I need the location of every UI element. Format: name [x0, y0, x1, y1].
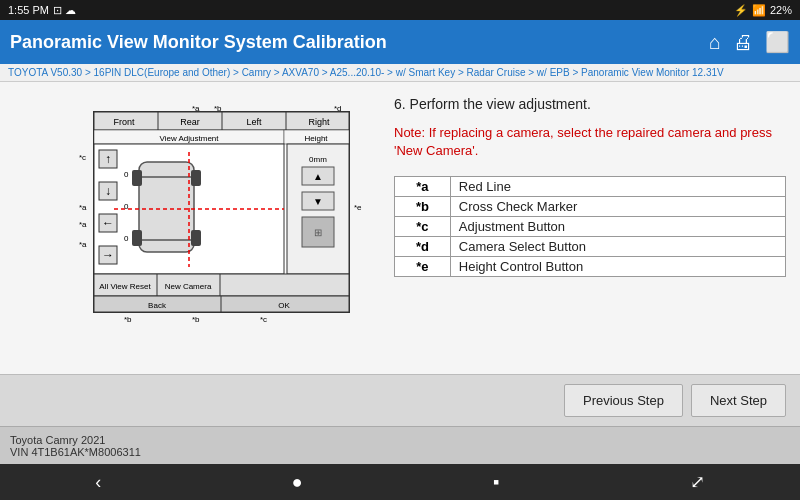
legend-row: *dCamera Select Button — [395, 237, 786, 257]
main-content: Front Rear Left Right View Adjustment He… — [0, 82, 800, 374]
svg-text:*c: *c — [79, 153, 86, 162]
battery-text: 22% — [770, 4, 792, 16]
svg-text:⊞: ⊞ — [314, 227, 322, 238]
svg-text:*e: *e — [354, 203, 362, 212]
svg-rect-17 — [132, 170, 142, 186]
svg-text:0: 0 — [124, 170, 129, 179]
diagram-container: Front Rear Left Right View Adjustment He… — [24, 102, 364, 332]
svg-text:*a: *a — [79, 203, 87, 212]
wifi-icon: 📶 — [752, 4, 766, 17]
svg-text:0: 0 — [124, 202, 129, 211]
nav-square-icon[interactable]: ▪ — [493, 472, 499, 493]
legend-key: *e — [395, 257, 451, 277]
legend-row: *bCross Check Marker — [395, 197, 786, 217]
previous-step-button[interactable]: Previous Step — [564, 384, 683, 417]
vehicle-vin: VIN 4T1B61AK*M8006311 — [10, 446, 790, 458]
legend-key: *a — [395, 177, 451, 197]
svg-text:*a: *a — [79, 220, 87, 229]
next-step-button[interactable]: Next Step — [691, 384, 786, 417]
legend-table: *aRed Line*bCross Check Marker*cAdjustme… — [394, 176, 786, 277]
legend-row: *eHeight Control Button — [395, 257, 786, 277]
svg-text:All View Reset: All View Reset — [99, 282, 151, 291]
nav-expand-icon[interactable]: ⤢ — [690, 471, 705, 493]
status-bar: 1:55 PM ⊡ ☁ ⚡ 📶 22% — [0, 0, 800, 20]
svg-text:*b: *b — [214, 104, 222, 113]
legend-label: Cross Check Marker — [450, 197, 785, 217]
export-icon[interactable]: ⬜ — [765, 30, 790, 54]
nav-home-icon[interactable]: ● — [292, 472, 303, 493]
legend-label: Camera Select Button — [450, 237, 785, 257]
svg-text:*c: *c — [260, 315, 267, 324]
footer: Toyota Camry 2021 VIN 4T1B61AK*M8006311 — [0, 426, 800, 464]
legend-label: Red Line — [450, 177, 785, 197]
svg-rect-20 — [191, 230, 201, 246]
diagram-panel: Front Rear Left Right View Adjustment He… — [14, 92, 374, 364]
print-icon[interactable]: 🖨 — [733, 31, 753, 54]
svg-text:↑: ↑ — [105, 152, 111, 166]
legend-label: Adjustment Button — [450, 217, 785, 237]
svg-rect-19 — [132, 230, 142, 246]
svg-text:0mm: 0mm — [309, 155, 327, 164]
svg-rect-18 — [191, 170, 201, 186]
calibration-diagram: Front Rear Left Right View Adjustment He… — [24, 102, 364, 332]
legend-key: *c — [395, 217, 451, 237]
nav-back-icon[interactable]: ‹ — [95, 472, 101, 493]
text-panel: 6. Perform the view adjustment. Note: If… — [394, 92, 786, 364]
nav-bar: ‹ ● ▪ ⤢ — [0, 464, 800, 500]
header: Panoramic View Monitor System Calibratio… — [0, 20, 800, 64]
svg-text:0: 0 — [124, 234, 129, 243]
svg-text:*b: *b — [192, 315, 200, 324]
breadcrumb: TOYOTA V50.30 > 16PIN DLC(Europe and Oth… — [0, 64, 800, 82]
svg-text:▼: ▼ — [313, 196, 323, 207]
svg-text:New Camera: New Camera — [165, 282, 212, 291]
page-title: Panoramic View Monitor System Calibratio… — [10, 32, 387, 53]
svg-text:*b: *b — [124, 315, 132, 324]
svg-text:OK: OK — [278, 301, 290, 310]
vehicle-name: Toyota Camry 2021 — [10, 434, 790, 446]
home-icon[interactable]: ⌂ — [709, 31, 721, 54]
legend-key: *b — [395, 197, 451, 217]
svg-text:↓: ↓ — [105, 184, 111, 198]
bluetooth-icon: ⚡ — [734, 4, 748, 17]
status-icons: ⊡ ☁ — [53, 4, 76, 17]
legend-row: *aRed Line — [395, 177, 786, 197]
svg-text:▲: ▲ — [313, 171, 323, 182]
svg-text:Front: Front — [113, 117, 135, 127]
svg-text:*d: *d — [334, 104, 342, 113]
svg-text:*a: *a — [192, 104, 200, 113]
svg-text:Left: Left — [246, 117, 262, 127]
svg-text:Back: Back — [148, 301, 167, 310]
status-time: 1:55 PM — [8, 4, 49, 16]
status-left: 1:55 PM ⊡ ☁ — [8, 4, 76, 17]
legend-key: *d — [395, 237, 451, 257]
svg-rect-14 — [139, 162, 194, 252]
svg-text:View Adjustment: View Adjustment — [160, 134, 220, 143]
svg-text:Right: Right — [308, 117, 330, 127]
legend-label: Height Control Button — [450, 257, 785, 277]
svg-text:Height: Height — [304, 134, 328, 143]
svg-text:*a: *a — [79, 240, 87, 249]
legend-row: *cAdjustment Button — [395, 217, 786, 237]
svg-text:Rear: Rear — [180, 117, 200, 127]
svg-text:→: → — [102, 248, 114, 262]
header-icons: ⌂ 🖨 ⬜ — [709, 30, 790, 54]
note-text: Note: If replacing a camera, select the … — [394, 124, 786, 160]
status-right: ⚡ 📶 22% — [734, 4, 792, 17]
step-description: 6. Perform the view adjustment. — [394, 96, 786, 112]
bottom-bar: Previous Step Next Step — [0, 374, 800, 426]
svg-text:←: ← — [102, 216, 114, 230]
